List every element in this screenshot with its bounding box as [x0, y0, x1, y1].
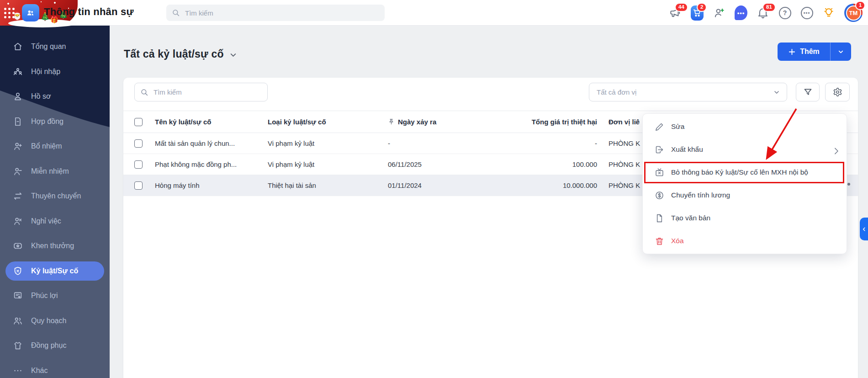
chevron-down-icon [837, 48, 844, 55]
sidebar-item-label: Hợp đồng [31, 117, 64, 126]
col-header-name[interactable]: Tên kỷ luật/sự cố [155, 118, 268, 126]
money-icon [655, 191, 664, 200]
search-icon [140, 88, 148, 96]
user-avatar[interactable]: TM 1 [844, 4, 863, 22]
side-panel-toggle[interactable] [860, 218, 868, 240]
pin-icon [388, 118, 395, 125]
menu-item-label: Bỏ thông báo Kỷ luật/Sự cố lên MXH nội b… [671, 168, 808, 176]
help-button[interactable]: ? [778, 6, 791, 19]
funnel-icon [803, 87, 813, 97]
unit-filter-value: Tất cả đơn vị [597, 88, 773, 96]
resignation-icon [13, 216, 23, 226]
row-context-menu: SửaXuất khẩuBỏ thông báo Kỷ luật/Sự cố l… [642, 113, 847, 254]
sidebar-item-more[interactable]: Khác [0, 358, 110, 378]
menu-item-label: Sửa [671, 122, 684, 131]
menu-item-tv-off[interactable]: Bỏ thông báo Kỷ luật/Sự cố lên MXH nội b… [643, 161, 847, 184]
global-search[interactable] [166, 5, 385, 21]
trash-icon [655, 236, 664, 246]
cell-name: Phạt không mặc đồng ph... [155, 160, 268, 168]
menu-item-trash[interactable]: Xóa [643, 229, 847, 252]
sidebar-item-label: Nghỉ việc [31, 217, 61, 225]
title-chevron-down-icon[interactable] [229, 51, 238, 59]
cell-value: 10.000.000 [496, 181, 601, 189]
sidebar-item-welfare[interactable]: Phúc lợi [0, 283, 110, 309]
reward-icon [13, 241, 23, 251]
table-settings-button[interactable] [825, 83, 850, 101]
table-search-input[interactable] [153, 88, 262, 96]
hr-app-icon[interactable] [22, 4, 39, 21]
add-button[interactable]: Thêm [778, 43, 851, 61]
unit-filter-select[interactable]: Tất cả đơn vị [589, 83, 787, 101]
sidebar-item-label: Miễn nhiệm [31, 167, 69, 176]
table-search[interactable] [134, 83, 268, 101]
uniform-icon [13, 341, 23, 351]
invite-user-button[interactable] [713, 6, 725, 19]
sidebar-item-onboarding[interactable]: Hội nhập [0, 59, 110, 85]
cart-button[interactable]: 2 [691, 6, 704, 19]
notifications-button[interactable]: 81 [757, 6, 769, 19]
cell-type: Vi phạm kỷ luật [268, 160, 388, 168]
col-header-date[interactable]: Ngày xảy ra [388, 118, 496, 126]
export-icon [655, 145, 664, 154]
sidebar-item-contract[interactable]: Hợp đồng [0, 109, 110, 134]
ellipsis-icon: ••• [801, 7, 813, 19]
plus-icon [788, 48, 796, 56]
menu-item-export[interactable]: Xuất khẩu [643, 138, 847, 161]
sidebar-item-label: Tổng quan [31, 43, 66, 51]
more-apps-button[interactable]: ••• [800, 6, 813, 19]
sidebar-item-uniform[interactable]: Đồng phục [0, 333, 110, 358]
cell-date: 06/11/2025 [388, 160, 496, 168]
topbar: 🎅 🎄 🎁 🎄 Thông tin nhân sự 44 2 [0, 0, 868, 26]
dismissal-icon [13, 166, 23, 176]
row-checkbox[interactable] [134, 181, 143, 190]
sidebar-item-discipline[interactable]: Kỷ luật/Sự cố [5, 261, 104, 281]
menu-item-document[interactable]: Tạo văn bản [643, 207, 847, 229]
onboarding-icon [13, 67, 23, 77]
sidebar-item-home[interactable]: Tổng quan [0, 34, 110, 59]
cell-date: - [388, 139, 496, 147]
announcements-button[interactable]: 44 [669, 6, 682, 19]
page-title: Tất cả kỷ luật/sự cố [124, 48, 224, 60]
add-button-label: Thêm [800, 48, 820, 56]
menu-item-edit[interactable]: Sửa [643, 115, 847, 138]
cell-date: 01/11/2024 [388, 181, 496, 189]
gear-icon [833, 87, 842, 97]
sidebar-item-profile[interactable]: Hồ sơ [0, 84, 110, 109]
sidebar-item-planning[interactable]: Quy hoạch [0, 309, 110, 334]
sidebar-item-dismissal[interactable]: Miễn nhiệm [0, 159, 110, 184]
tv-off-icon [655, 168, 664, 177]
avatar-badge: 1 [855, 1, 865, 10]
cell-type: Thiệt hại tài sản [268, 181, 388, 189]
sidebar-nav: Tổng quanHội nhậpHồ sơHợp đồngBổ nhiệmMi… [0, 26, 110, 378]
sidebar-item-label: Hội nhập [31, 68, 60, 76]
cell-name: Hỏng máy tính [155, 181, 268, 189]
row-checkbox[interactable] [134, 139, 143, 148]
global-search-input[interactable] [184, 9, 379, 17]
lightbulb-icon [823, 7, 835, 19]
guide-button[interactable] [822, 6, 835, 19]
page-title-row: Tất cả kỷ luật/sự cố [124, 48, 238, 60]
select-all-checkbox[interactable] [134, 118, 143, 126]
sidebar-item-appointment[interactable]: Bổ nhiệm [0, 134, 110, 159]
sidebar-item-reward[interactable]: Khen thưởng [0, 234, 110, 259]
menu-item-label: Chuyển tính lương [671, 191, 730, 199]
transfer-icon [13, 191, 23, 201]
topbar-icons: 44 2 ••• 81 ? ••• [669, 0, 863, 26]
cell-type: Vi phạm kỷ luật [268, 139, 388, 147]
menu-item-money[interactable]: Chuyển tính lương [643, 184, 847, 207]
filter-button[interactable] [796, 83, 820, 101]
sidebar-item-resignation[interactable]: Nghỉ việc [0, 209, 110, 234]
notifications-badge: 81 [762, 3, 776, 12]
filter-row: Tất cả đơn vị [123, 78, 858, 101]
sidebar-item-transfer[interactable]: Thuyên chuyển [0, 184, 110, 209]
col-header-value[interactable]: Tổng giá trị thiệt hại [496, 118, 601, 126]
home-icon [13, 42, 23, 52]
sidebar-item-label: Thuyên chuyển [31, 192, 81, 200]
chat-button[interactable]: ••• [735, 6, 747, 19]
sidebar-item-label: Bổ nhiệm [31, 142, 62, 150]
cell-value: - [496, 139, 601, 147]
col-header-type[interactable]: Loại kỷ luật/sự cố [268, 118, 388, 126]
chevron-down-icon [773, 89, 780, 96]
row-checkbox[interactable] [134, 160, 143, 169]
add-button-dropdown[interactable] [830, 43, 851, 61]
